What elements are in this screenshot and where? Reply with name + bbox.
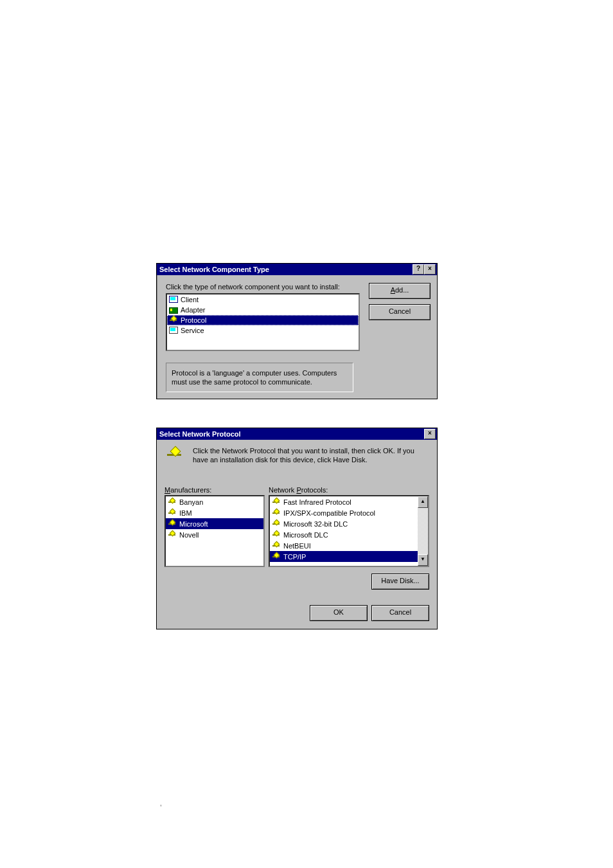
list-item-label: Microsoft DLC <box>283 531 328 539</box>
list-item-label: TCP/IP <box>283 553 306 561</box>
list-item-label: NetBEUI <box>283 542 311 550</box>
scroll-up-button[interactable]: ▲ <box>418 496 428 508</box>
protocol-icon <box>271 509 281 518</box>
protocols-scrollbar[interactable]: ▲ ▼ <box>418 496 428 566</box>
list-item[interactable]: TCP/IP <box>270 551 418 562</box>
cancel-button[interactable]: Cancel <box>369 304 431 320</box>
close-button[interactable]: × <box>424 429 436 439</box>
protocol-icon <box>271 530 281 539</box>
list-item[interactable]: NetBEUI <box>270 540 418 551</box>
dialog1-instruction: Click the type of network component you … <box>166 283 360 291</box>
add-button[interactable]: Add... <box>369 283 431 299</box>
list-item-label: Client <box>181 296 199 303</box>
protocol-icon <box>271 552 281 561</box>
list-item[interactable]: Protocol <box>167 315 359 325</box>
list-item[interactable]: Novell <box>166 529 263 540</box>
list-item-label: Novell <box>179 531 199 539</box>
list-item[interactable]: Client <box>167 294 359 305</box>
list-item[interactable]: Microsoft 32-bit DLC <box>270 518 418 529</box>
list-item-label: Protocol <box>181 316 206 324</box>
protocol-icon <box>167 520 177 529</box>
help-button[interactable]: ? <box>413 264 424 275</box>
protocol-icon <box>271 541 281 550</box>
list-item[interactable]: IPX/SPX-compatible Protocol <box>270 507 418 518</box>
select-component-type-dialog: Select Network Component Type ? × Click … <box>156 263 438 399</box>
close-button[interactable]: × <box>424 264 436 275</box>
have-disk-button[interactable]: Have Disk... <box>371 574 429 590</box>
list-item[interactable]: Service <box>167 325 359 336</box>
list-item[interactable]: Fast Infrared Protocol <box>270 496 418 507</box>
list-item[interactable]: Adapter <box>167 305 359 315</box>
list-item[interactable]: Microsoft <box>166 518 263 529</box>
manufacturers-label: Manufacturers: <box>164 486 265 494</box>
list-item-label: Microsoft <box>179 520 208 528</box>
list-item-label: IPX/SPX-compatible Protocol <box>283 509 375 517</box>
scroll-down-button[interactable]: ▼ <box>418 554 428 566</box>
component-type-list[interactable]: Client Adapter Protocol Service <box>166 293 360 351</box>
dialog1-title: Select Network Component Type <box>159 264 413 275</box>
titlebar: Select Network Protocol × <box>157 428 437 440</box>
manufacturers-list[interactable]: Banyan IBM Microsoft <box>164 495 265 567</box>
list-item-label: Service <box>181 327 204 334</box>
list-item-label: Microsoft 32-bit DLC <box>283 520 348 528</box>
protocol-wizard-icon <box>164 446 185 467</box>
protocol-icon <box>167 498 177 507</box>
btn-label-rest: dd... <box>395 286 409 294</box>
list-item-label: IBM <box>179 509 192 517</box>
footer-mark: , <box>160 800 162 807</box>
protocols-list[interactable]: Fast Infrared Protocol IPX/SPX-compatibl… <box>269 495 429 567</box>
adapter-icon <box>168 305 179 314</box>
protocol-icon <box>271 520 281 529</box>
dialog2-title: Select Network Protocol <box>159 428 424 440</box>
service-icon <box>168 326 179 335</box>
select-network-protocol-dialog: Select Network Protocol × Click the Netw… <box>156 428 438 629</box>
list-item-label: Banyan <box>179 498 203 506</box>
list-item[interactable]: Banyan <box>166 496 263 507</box>
protocols-label: Network Protocols: <box>269 486 429 494</box>
protocol-icon <box>167 509 177 518</box>
dialog2-blurb: Click the Network Protocol that you want… <box>193 446 429 464</box>
client-icon <box>168 295 179 304</box>
list-item[interactable]: IBM <box>166 507 263 518</box>
description-box: Protocol is a 'language' a computer uses… <box>166 363 353 392</box>
cancel-button[interactable]: Cancel <box>371 605 429 621</box>
protocol-icon <box>167 530 177 539</box>
protocol-icon <box>168 316 179 325</box>
list-item[interactable]: Microsoft DLC <box>270 529 418 540</box>
list-item-label: Fast Infrared Protocol <box>283 498 351 506</box>
titlebar: Select Network Component Type ? × <box>157 264 437 275</box>
ok-button[interactable]: OK <box>310 605 368 621</box>
list-item-label: Adapter <box>181 306 206 314</box>
protocol-icon <box>271 498 281 507</box>
